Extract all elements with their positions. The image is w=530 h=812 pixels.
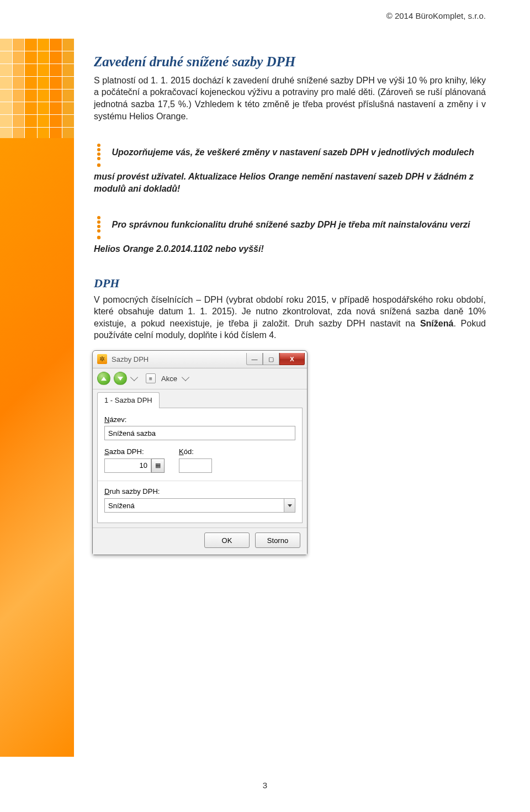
- svg-point-0: [97, 144, 100, 147]
- dialog-button-bar: OK Storno: [93, 528, 307, 555]
- sazba-spinner-button[interactable]: ▦: [151, 458, 165, 473]
- svg-point-9: [97, 236, 100, 239]
- dph-bold: Snížená: [420, 319, 453, 328]
- tab-sazba-dph[interactable]: 1 - Sazba DPH: [97, 392, 160, 408]
- nazev-field[interactable]: [104, 426, 295, 440]
- svg-point-4: [97, 164, 100, 167]
- sazba-field[interactable]: [104, 458, 151, 473]
- page-title: Zavedení druhé snížené sazby DPH: [94, 52, 486, 71]
- sidebar-gradient: [0, 138, 74, 757]
- toolbar: ≡ Akce: [93, 368, 307, 389]
- page-header-copyright: © 2014 BüroKomplet, s.r.o.: [386, 11, 486, 20]
- svg-point-8: [97, 229, 100, 233]
- druh-combo-button[interactable]: [284, 499, 295, 512]
- close-button[interactable]: X: [279, 353, 305, 365]
- svg-point-2: [97, 152, 100, 156]
- maximize-button[interactable]: ▢: [263, 353, 279, 365]
- exclamation-icon: [94, 215, 105, 240]
- warning-text: Pro správnou funkcionalitu druhé snížené…: [94, 220, 470, 254]
- svg-point-7: [97, 225, 100, 228]
- minimize-button[interactable]: —: [246, 353, 263, 365]
- page-number: 3: [0, 781, 530, 790]
- section-heading-dph: DPH: [94, 275, 486, 292]
- screenshot-dialog: ✲ Sazby DPH — ▢ X ≡ Akce: [92, 350, 486, 555]
- warning-note-2: Pro správnou funkcionalitu druhé snížené…: [94, 219, 486, 255]
- toolbar-dropdown-icon[interactable]: [130, 373, 138, 381]
- label-druh: Druh sazby DPH:: [104, 487, 295, 497]
- label-nazev: Název:: [104, 415, 295, 425]
- svg-point-6: [97, 220, 100, 224]
- tab-panel: Název: Sazba DPH: ▦ Kód:: [97, 408, 303, 524]
- svg-point-1: [97, 148, 100, 151]
- nav-up-button[interactable]: [97, 372, 110, 385]
- app-icon: ✲: [97, 354, 107, 364]
- kod-field[interactable]: [179, 458, 212, 473]
- svg-point-3: [97, 157, 100, 160]
- storno-button[interactable]: Storno: [255, 532, 300, 548]
- tab-bar: 1 - Sazba DPH: [93, 389, 307, 408]
- akce-label[interactable]: Akce: [161, 374, 177, 384]
- warning-text: Upozorňujeme vás, že veškeré změny v nas…: [94, 147, 474, 193]
- dph-paragraph: V pomocných číselnících – DPH (vybrat ob…: [94, 294, 486, 341]
- label-sazba: Sazba DPH:: [104, 447, 165, 457]
- druh-combo[interactable]: [104, 498, 295, 513]
- akce-icon: ≡: [146, 373, 156, 383]
- warning-note-1: Upozorňujeme vás, že veškeré změny v nas…: [94, 146, 486, 194]
- intro-paragraph: S platností od 1. 1. 2015 dochází k zave…: [94, 75, 486, 122]
- svg-point-5: [97, 216, 100, 219]
- label-kod: Kód:: [179, 447, 212, 457]
- sazby-dph-window: ✲ Sazby DPH — ▢ X ≡ Akce: [92, 350, 308, 555]
- decorative-sidebar: [0, 39, 74, 757]
- exclamation-icon: [94, 143, 105, 167]
- akce-dropdown-icon[interactable]: [182, 373, 189, 381]
- main-content: Zavedení druhé snížené sazby DPH S platn…: [94, 52, 486, 555]
- nav-down-button[interactable]: [114, 372, 127, 385]
- window-title: Sazby DPH: [112, 355, 246, 365]
- ok-button[interactable]: OK: [204, 532, 250, 548]
- separator: [98, 481, 302, 481]
- window-titlebar[interactable]: ✲ Sazby DPH — ▢ X: [93, 351, 307, 368]
